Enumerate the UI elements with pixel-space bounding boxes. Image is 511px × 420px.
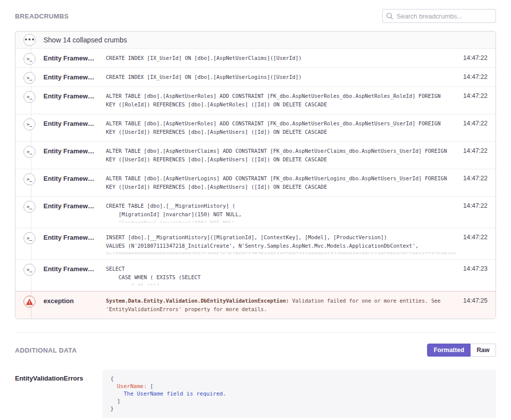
crumb-timestamp: 14:47:22 [456,49,496,67]
crumb-icon-cell: >_ [15,68,43,86]
crumb-code-faded-line: 0x1F8B0800000000000400E5BD07601C49962526… [106,250,456,254]
breadcrumb-row: >_Entity Framew…CREATE INDEX [IX_UserId]… [15,49,496,68]
breadcrumb-row: >_Entity Framew…SELECT CASE WHEN ( EXIST… [15,260,496,291]
crumb-category: Entity Framew… [43,87,106,114]
breadcrumbs-search [382,9,496,23]
crumb-icon-cell: >_ [15,49,43,67]
code-token-key: UserName: [117,383,147,390]
show-collapsed-crumbs-button[interactable]: ••• Show 14 collapsed crumbs [15,31,496,49]
code-token-plain: ] } [110,398,120,412]
code-token-plain: { [110,376,117,390]
crumb-category: Entity Framew… [43,197,106,228]
terminal-icon: >_ [23,201,35,213]
crumb-code-lines: CREATE INDEX [IX_UserId] ON [dbo].[AspNe… [106,73,456,81]
terminal-icon: >_ [23,232,35,244]
additional-data-value: { UserName: [ The UserName field is requ… [102,370,496,418]
crumb-code-lines: CREATE INDEX [IX_UserId] ON [dbo].[AspNe… [106,54,456,62]
ellipsis-icon: ••• [23,34,35,46]
crumb-icon-cell: >_ [15,169,43,196]
terminal-icon: >_ [23,118,35,130]
crumb-code-lines: SELECT CASE WHEN ( EXISTS (SELECT [106,265,456,282]
crumb-code-lines: CREATE TABLE [dbo].[__MigrationHistory] … [106,202,456,219]
collapsed-crumbs-label: Show 14 collapsed crumbs [43,36,127,44]
breadcrumbs-panel: ••• Show 14 collapsed crumbs >_Entity Fr… [15,31,496,319]
additional-data-header: ADDITIONAL DATA Formatted Raw [15,333,496,366]
crumb-timestamp: 14:47:22 [456,87,496,114]
exception-type: System.Data.Entity.Validation.DbEntityVa… [106,298,289,304]
crumb-category: Entity Framew… [43,142,106,169]
crumb-code-faded-line: [ContextKey] [nvarchar](300) NOT NULL, [106,219,456,223]
terminal-icon: >_ [23,53,35,65]
crumb-category: Entity Framew… [43,260,106,291]
breadcrumb-row: >_Entity Framew…ALTER TABLE [dbo].[AspNe… [15,169,496,197]
breadcrumb-row: >_Entity Framew…ALTER TABLE [dbo].[AspNe… [15,142,496,169]
additional-data-key: EntityValidationErrors [15,370,102,418]
crumb-timestamp: 14:47:22 [456,169,496,196]
crumb-code-lines: INSERT [dbo].[__MigrationHistory]([Migra… [106,233,456,250]
warning-icon [23,296,35,308]
crumb-timestamp: 14:47:22 [456,197,496,228]
breadcrumb-row: >_Entity Framew…ALTER TABLE [dbo].[AspNe… [15,87,496,114]
search-icon [386,12,393,19]
crumb-code: ALTER TABLE [dbo].[AspNetUserLogins] ADD… [106,169,456,196]
crumb-icon-cell: >_ [15,260,43,291]
terminal-icon: >_ [23,91,35,103]
breadcrumb-rows: >_Entity Framew…CREATE INDEX [IX_UserId]… [15,49,496,291]
terminal-icon: >_ [23,173,35,185]
crumb-code: INSERT [dbo].[__MigrationHistory]([Migra… [106,228,456,259]
json-code-block: { UserName: [ The UserName field is requ… [102,370,496,418]
crumb-icon-cell: >_ [15,228,43,259]
terminal-icon: >_ [23,264,35,276]
terminal-icon: >_ [23,72,35,84]
crumb-category: Entity Framew… [43,68,106,86]
crumb-icon-cell: >_ [15,142,43,169]
crumb-category: Entity Framew… [43,228,106,259]
crumb-code-faded-line: 1 AS [C1] [106,282,456,286]
crumb-code-lines: ALTER TABLE [dbo].[AspNetUserClaims] ADD… [106,147,456,164]
breadcrumb-row-exception: exception System.Data.Entity.Validation.… [15,291,496,319]
crumb-timestamp: 14:47:22 [456,68,496,86]
crumb-code: ALTER TABLE [dbo].[AspNetUserRoles] ADD … [106,114,456,141]
crumb-code-lines: ALTER TABLE [dbo].[AspNetUserRoles] ADD … [106,92,456,109]
crumb-category: exception [43,292,106,319]
breadcrumb-row: >_Entity Framew…ALTER TABLE [dbo].[AspNe… [15,114,496,142]
collapsed-icon-cell: ••• [15,31,43,48]
breadcrumbs-title: BREADCRUMBS [15,12,69,20]
format-toggle-group: Formatted Raw [427,344,496,357]
search-input[interactable] [382,9,496,23]
crumb-code: ALTER TABLE [dbo].[AspNetUserClaims] ADD… [106,142,456,169]
code-token-str: The UserName field is required. [124,391,226,397]
crumb-timestamp: 14:47:25 [456,292,496,319]
crumb-code: CREATE INDEX [IX_UserId] ON [dbo].[AspNe… [106,49,456,67]
crumb-code-lines: ALTER TABLE [dbo].[AspNetUserRoles] ADD … [106,119,456,136]
crumb-category: Entity Framew… [43,169,106,196]
breadcrumb-row: >_Entity Framew…INSERT [dbo].[__Migratio… [15,228,496,260]
formatted-button[interactable]: Formatted [427,344,471,357]
crumb-timestamp: 14:47:22 [456,228,496,259]
crumb-icon-cell: >_ [15,114,43,141]
breadcrumb-row: >_Entity Framew…CREATE TABLE [dbo].[__Mi… [15,197,496,228]
exception-icon-cell [15,292,43,319]
crumb-code: CREATE TABLE [dbo].[__MigrationHistory] … [106,197,456,228]
crumb-code: SELECT CASE WHEN ( EXISTS (SELECT 1 AS [… [106,260,456,291]
crumb-timestamp: 14:47:22 [456,142,496,169]
crumb-category: Entity Framew… [43,114,106,141]
additional-data-title: ADDITIONAL DATA [15,347,77,354]
additional-data-entry: EntityValidationErrors { UserName: [ The… [15,370,496,418]
crumb-timestamp: 14:47:22 [456,114,496,141]
crumb-timestamp: 14:47:23 [456,260,496,291]
crumb-icon-cell: >_ [15,197,43,228]
crumb-code: CREATE INDEX [IX_UserId] ON [dbo].[AspNe… [106,68,456,86]
crumb-category: Entity Framew… [43,49,106,67]
terminal-icon: >_ [23,146,35,158]
crumb-code: ALTER TABLE [dbo].[AspNetUserRoles] ADD … [106,87,456,114]
raw-button[interactable]: Raw [471,344,496,357]
crumb-icon-cell: >_ [15,87,43,114]
breadcrumb-row: >_Entity Framew…CREATE INDEX [IX_UserId]… [15,68,496,87]
crumb-message: System.Data.Entity.Validation.DbEntityVa… [106,292,456,319]
breadcrumbs-header: BREADCRUMBS [15,0,496,31]
crumb-code-lines: ALTER TABLE [dbo].[AspNetUserLogins] ADD… [106,174,456,191]
